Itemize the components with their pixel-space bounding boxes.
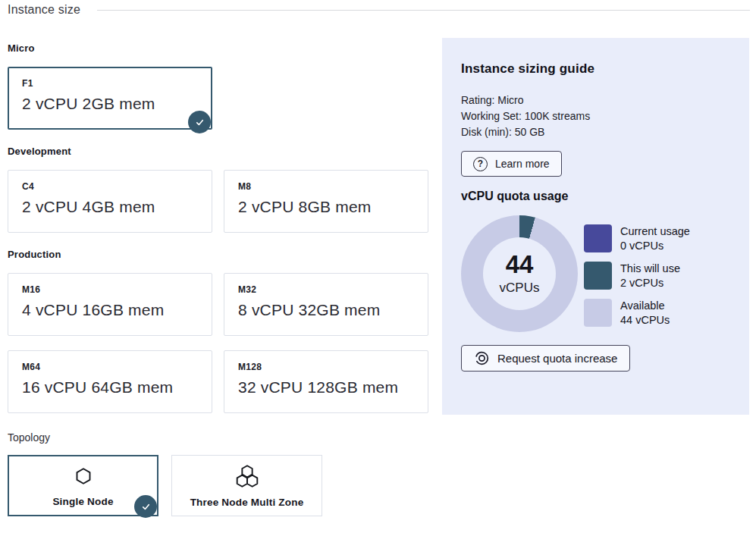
- card-grid-production: M164 vCPU 16GB memM328 vCPU 32GB memM641…: [8, 273, 429, 413]
- legend-text-current-usage: Current usage0 vCPUs: [620, 224, 690, 253]
- vcpu-quota-donut-chart: 44 vCPUs: [461, 215, 578, 332]
- legend-swatch-this-will-use: [584, 262, 612, 290]
- size-card-name: M8: [238, 181, 414, 192]
- check-icon: [140, 501, 152, 513]
- topology-label: Topology: [8, 431, 429, 444]
- size-card-c4[interactable]: C42 vCPU 4GB mem: [8, 170, 212, 233]
- page-header: Instance size: [8, 3, 750, 17]
- legend-name: Available: [620, 299, 670, 313]
- single-node-hexagon-icon-wrap: [74, 465, 93, 489]
- legend-item-available: Available44 vCPUs: [584, 299, 690, 328]
- size-card-spec: 8 vCPU 32GB mem: [238, 301, 414, 319]
- size-card-name: M64: [22, 362, 198, 372]
- quota-target-icon: [474, 350, 490, 366]
- instance-sizing-guide-panel: Instance sizing guide Rating: Micro Work…: [442, 38, 749, 415]
- topology-option-label: Single Node: [52, 496, 113, 507]
- size-card-m32[interactable]: M328 vCPU 32GB mem: [224, 273, 428, 336]
- check-icon: [194, 117, 205, 128]
- size-card-name: C4: [22, 181, 198, 192]
- guide-title: Instance sizing guide: [461, 61, 730, 77]
- topology-options: Single NodeThree Node Multi Zone: [8, 455, 429, 516]
- size-card-spec: 2 vCPU 4GB mem: [22, 198, 198, 216]
- size-section-development: DevelopmentC42 vCPU 4GB memM82 vCPU 8GB …: [8, 146, 429, 233]
- section-label-development: Development: [8, 146, 429, 157]
- single-node-hexagon-icon: [74, 467, 93, 487]
- guide-stat-rating: Rating: Micro: [461, 92, 730, 108]
- size-section-production: ProductionM164 vCPU 16GB memM328 vCPU 32…: [8, 249, 429, 413]
- guide-stat-working-set: Working Set: 100K streams: [461, 108, 730, 124]
- quota-legend: Current usage0 vCPUsThis will use2 vCPUs…: [584, 215, 690, 332]
- size-card-spec: 16 vCPU 64GB mem: [22, 378, 198, 397]
- three-node-hexagons-icon: [233, 464, 262, 489]
- topology-option-three-node-multi-zone[interactable]: Three Node Multi Zone: [171, 455, 322, 516]
- guide-stat-disk: Disk (min): 50 GB: [461, 124, 730, 140]
- size-card-name: F1: [22, 78, 198, 89]
- donut-center: 44 vCPUs: [461, 215, 578, 332]
- section-label-micro: Micro: [8, 42, 429, 54]
- section-label-production: Production: [8, 249, 429, 260]
- question-mark-icon: ?: [473, 157, 488, 171]
- legend-value: 0 vCPUs: [620, 239, 690, 253]
- legend-value: 44 vCPUs: [620, 313, 670, 328]
- vcpu-quota-chart-row: 44 vCPUs Current usage0 vCPUsThis will u…: [461, 215, 730, 332]
- legend-item-current-usage: Current usage0 vCPUs: [584, 224, 690, 253]
- legend-name: This will use: [620, 262, 680, 276]
- request-quota-increase-button[interactable]: Request quota increase: [461, 345, 630, 372]
- size-card-m8[interactable]: M82 vCPU 8GB mem: [224, 170, 428, 233]
- learn-more-button[interactable]: ? Learn more: [461, 151, 562, 177]
- legend-text-available: Available44 vCPUs: [620, 299, 670, 328]
- instance-size-screen: Instance size MicroF12 vCPU 2GB memDevel…: [0, 0, 756, 533]
- size-card-spec: 2 vCPU 2GB mem: [22, 95, 198, 113]
- size-card-m16[interactable]: M164 vCPU 16GB mem: [8, 273, 212, 336]
- size-card-name: M16: [22, 284, 198, 295]
- size-card-spec: 32 vCPU 128GB mem: [238, 378, 414, 397]
- size-card-f1[interactable]: F12 vCPU 2GB mem: [8, 67, 212, 130]
- learn-more-label: Learn more: [495, 158, 550, 170]
- size-card-m128[interactable]: M12832 vCPU 128GB mem: [224, 350, 428, 413]
- donut-center-unit: vCPUs: [500, 281, 540, 296]
- instance-size-form: MicroF12 vCPU 2GB memDevelopmentC42 vCPU…: [8, 42, 429, 516]
- guide-stats: Rating: Micro Working Set: 100K streams …: [461, 92, 730, 140]
- card-grid-development: C42 vCPU 4GB memM82 vCPU 8GB mem: [8, 170, 429, 233]
- header-divider-line: [97, 10, 750, 11]
- legend-swatch-current-usage: [584, 224, 612, 252]
- legend-swatch-available: [584, 299, 612, 327]
- size-card-spec: 4 vCPU 16GB mem: [22, 301, 198, 319]
- size-card-name: M32: [238, 284, 414, 295]
- legend-name: Current usage: [620, 224, 690, 239]
- topology-option-label: Three Node Multi Zone: [190, 497, 304, 508]
- selected-check-badge: [134, 495, 157, 518]
- size-card-m64[interactable]: M6416 vCPU 64GB mem: [8, 350, 212, 413]
- donut-center-value: 44: [506, 252, 534, 277]
- card-grid-micro: F12 vCPU 2GB mem: [8, 67, 429, 130]
- legend-item-this-will-use: This will use2 vCPUs: [584, 262, 690, 290]
- page-title: Instance size: [8, 3, 80, 17]
- request-quota-label: Request quota increase: [497, 352, 617, 365]
- three-node-hexagons-icon-wrap: [233, 464, 262, 488]
- size-card-name: M128: [238, 362, 414, 372]
- size-card-spec: 2 vCPU 8GB mem: [238, 198, 414, 216]
- topology-option-single-node[interactable]: Single Node: [8, 455, 158, 516]
- legend-value: 2 vCPUs: [620, 276, 680, 290]
- legend-text-this-will-use: This will use2 vCPUs: [620, 262, 680, 290]
- instance-size-sections: MicroF12 vCPU 2GB memDevelopmentC42 vCPU…: [8, 42, 429, 413]
- selected-check-badge: [188, 111, 211, 133]
- vcpu-quota-heading: vCPU quota usage: [461, 190, 730, 203]
- size-section-micro: MicroF12 vCPU 2GB mem: [8, 42, 429, 130]
